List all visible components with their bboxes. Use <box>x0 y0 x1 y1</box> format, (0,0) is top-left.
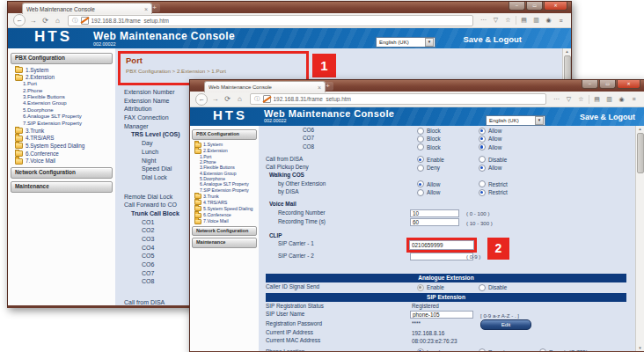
sidebar-item[interactable]: 3.Trunk <box>190 193 259 199</box>
radio-option[interactable]: Allow <box>417 189 440 196</box>
text-input[interactable] <box>409 240 474 250</box>
sidebar-subitem[interactable]: 4.Extension Group <box>8 100 115 106</box>
account-icon[interactable]: ◉ <box>617 96 626 103</box>
scroll-up-icon[interactable]: ▲ <box>565 48 568 55</box>
reload-icon[interactable]: ⟳ <box>223 95 232 103</box>
radio-option[interactable]: Block <box>417 128 441 135</box>
url-bar[interactable]: ⓘ 192.168.8.31/frame_setup.htm <box>68 15 473 26</box>
library-icon[interactable]: ▤ <box>519 17 529 24</box>
browser-tab[interactable]: Web Maintenance Console × <box>204 81 326 92</box>
info-icon[interactable]: ⓘ <box>254 95 260 103</box>
radio-option[interactable]: Block <box>417 136 441 143</box>
page-actions-icon[interactable]: ⋯ <box>479 17 488 24</box>
account-icon[interactable]: ◉ <box>544 17 553 24</box>
info-icon[interactable]: ⓘ <box>72 17 78 25</box>
sidebar-subitem[interactable]: 7.SIP Extension Property <box>190 187 259 193</box>
radio-option[interactable]: Enable <box>417 284 444 291</box>
library-icon[interactable]: ▤ <box>592 96 602 103</box>
radio-option[interactable]: Restrict <box>479 180 508 187</box>
radio-button-selected[interactable] <box>417 348 424 351</box>
radio-option[interactable]: Disable <box>479 156 507 163</box>
text-input[interactable] <box>410 253 473 260</box>
radio-option[interactable]: Allow <box>479 128 501 135</box>
language-select[interactable]: English (UK) ▼ <box>376 37 435 48</box>
radio-button-unselected[interactable] <box>539 348 546 351</box>
maximize-button[interactable]: ▭ <box>526 2 543 11</box>
sidebar-item[interactable]: 1.System <box>8 66 115 74</box>
tab-close-icon[interactable]: × <box>144 6 148 12</box>
page-actions-icon[interactable]: ⋯ <box>552 96 561 103</box>
sidebar-section-header[interactable]: Maintenance <box>11 181 113 193</box>
scroll-down-icon[interactable]: ▼ <box>638 345 641 351</box>
radio-option[interactable]: Allow <box>479 136 501 143</box>
tab-close-icon[interactable]: × <box>318 84 321 91</box>
radio-option[interactable]: Disable <box>479 284 507 291</box>
home-icon[interactable]: ⌂ <box>235 95 245 103</box>
sidebar-subitem[interactable]: 3.Flexible Buttons <box>8 94 115 100</box>
sidebar-subitem[interactable]: 7.SIP Extension Property <box>8 121 115 127</box>
sidebar-item[interactable]: 5.System Speed Dialing <box>8 142 115 150</box>
reload-icon[interactable]: ⟳ <box>40 17 50 25</box>
browser-tab[interactable]: Web Maintenance Console × <box>22 3 152 14</box>
radio-button-selected[interactable] <box>479 136 486 143</box>
radio-button-unselected[interactable] <box>479 180 486 187</box>
sidebar-item[interactable]: 1.System <box>190 142 259 148</box>
radio-option[interactable]: Enable <box>417 156 444 163</box>
sidebar-section-header[interactable]: Network Configuration <box>11 167 113 179</box>
home-icon[interactable]: ⌂ <box>53 17 62 25</box>
sidebar-item[interactable]: 7.Voice Mail <box>8 157 115 165</box>
save-logout-link[interactable]: Save & Logout <box>580 113 635 121</box>
sidebar-item[interactable]: 3.Trunk <box>8 127 115 135</box>
forward-icon[interactable]: → <box>28 17 38 25</box>
close-button[interactable]: ✕ <box>617 80 640 89</box>
radio-button-unselected[interactable] <box>417 128 424 135</box>
radio-button-selected[interactable] <box>417 180 424 187</box>
edit-button[interactable]: Edit <box>480 319 531 330</box>
text-input[interactable] <box>410 209 459 217</box>
radio-button-unselected[interactable] <box>417 165 424 172</box>
bookmark-star-icon[interactable]: ☆ <box>576 96 586 103</box>
radio-button-selected[interactable] <box>417 284 424 291</box>
save-logout-link[interactable]: Save & Logout <box>463 34 522 44</box>
url-bar[interactable]: ⓘ 192.168.8.31/frame_setup.htm <box>250 93 546 105</box>
sidebar-toggle-icon[interactable]: ▥ <box>604 96 614 103</box>
back-icon[interactable]: ← <box>13 14 26 26</box>
sidebar-section-header[interactable]: Maintenance <box>192 238 257 248</box>
sidebar-item[interactable]: 2.Extension <box>190 148 259 154</box>
sidebar-section-header[interactable]: Network Configuration <box>192 226 257 237</box>
minimize-button[interactable]: – <box>582 80 598 89</box>
radio-option[interactable]: Local <box>417 348 440 351</box>
radio-option[interactable]: Remote(G.729) <box>539 348 588 351</box>
radio-option[interactable]: Allow <box>479 143 501 150</box>
sidebar-item[interactable]: 4.TRS/ARS <box>190 199 259 205</box>
sidebar-item[interactable]: 2.Extension <box>8 74 115 82</box>
pocket-icon[interactable]: ▽ <box>491 17 501 24</box>
text-input[interactable] <box>410 311 473 319</box>
close-button[interactable]: ✕ <box>544 2 567 11</box>
radio-button-selected[interactable] <box>417 156 424 163</box>
sidebar-subitem[interactable]: 1.Port <box>8 81 115 87</box>
radio-option[interactable]: Deny <box>417 165 440 172</box>
radio-option[interactable]: Allow <box>417 180 440 187</box>
language-select[interactable]: English (UK) ▼ <box>486 115 545 126</box>
text-input[interactable] <box>410 218 459 226</box>
sidebar-subitem[interactable]: 2.Phone <box>8 88 115 94</box>
scrollbar-thumb[interactable] <box>637 133 644 173</box>
radio-button-unselected[interactable] <box>479 348 486 351</box>
radio-option[interactable]: Block <box>417 143 441 150</box>
radio-button-selected[interactable] <box>479 143 486 150</box>
radio-button-unselected[interactable] <box>479 156 486 163</box>
sidebar-subitem[interactable]: 6.Analogue SLT Property <box>190 181 259 187</box>
sidebar-item[interactable]: 5.System Speed Dialing <box>190 205 259 211</box>
sidebar-item[interactable]: 7.Voice Mail <box>190 218 259 224</box>
radio-button-unselected[interactable] <box>479 284 486 291</box>
sidebar-item[interactable]: 6.Conference <box>190 212 259 218</box>
radio-option[interactable]: Allow <box>479 165 501 172</box>
title-bar[interactable]: Web Maintenance Console × + – ▭ ✕ <box>8 2 571 13</box>
minimize-button[interactable]: – <box>509 2 525 11</box>
radio-button-selected[interactable] <box>479 189 486 196</box>
radio-button-unselected[interactable] <box>417 136 424 143</box>
url-text[interactable]: 192.168.8.31/frame_setup.htm <box>274 96 352 102</box>
sidebar-toggle-icon[interactable]: ▥ <box>531 17 541 24</box>
scroll-up-icon[interactable]: ▲ <box>638 126 641 132</box>
